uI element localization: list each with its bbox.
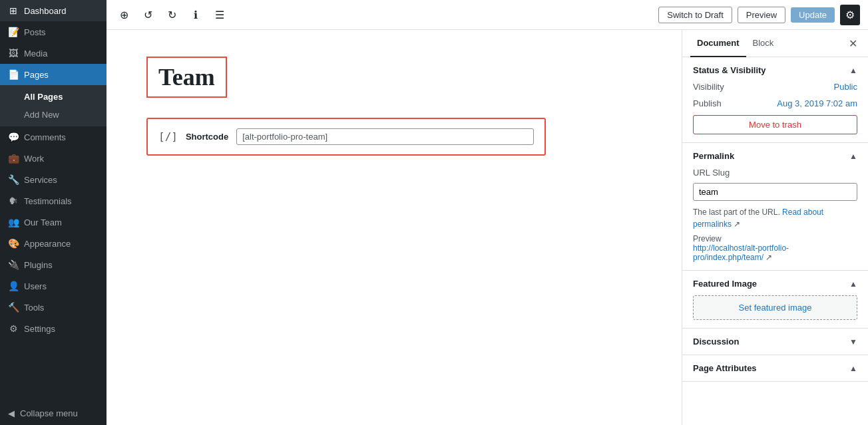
testimonials-icon: 🗣	[8, 196, 19, 206]
external-link-icon-preview: ↗	[765, 253, 772, 262]
panel-close-button[interactable]: ✕	[846, 35, 860, 53]
status-visibility-section: Status & Visibility ▲ Visibility Public …	[682, 57, 868, 143]
preview-button[interactable]: Preview	[738, 7, 785, 23]
sidebar-item-label: Media	[24, 49, 47, 59]
switch-to-draft-button[interactable]: Switch to Draft	[658, 7, 732, 23]
featured-image-header[interactable]: Featured Image ▲	[693, 279, 857, 289]
main-area: ⊕ ↺ ↻ ℹ ☰ Switch to Draft Preview Update…	[107, 0, 868, 425]
permalink-preview: Preview http://localhost/alt-portfolio-p…	[693, 234, 857, 262]
update-button[interactable]: Update	[791, 7, 835, 23]
pages-submenu: All Pages Add New	[0, 85, 107, 126]
page-title-block[interactable]: Team	[146, 57, 227, 98]
redo-button[interactable]: ↻	[162, 5, 181, 24]
add-block-button[interactable]: ⊕	[114, 5, 133, 24]
sidebar-item-label: Testimonials	[24, 196, 72, 206]
submenu-label: All Pages	[24, 92, 63, 102]
sidebar: ⊞ Dashboard 📝 Posts 🖼 Media 📄 Pages All …	[0, 0, 107, 425]
shortcode-block: [/] Shortcode	[146, 118, 546, 156]
editor-toolbar: ⊕ ↺ ↻ ℹ ☰ Switch to Draft Preview Update…	[107, 0, 868, 30]
page-attributes-label: Page Attributes	[693, 363, 757, 373]
featured-image-section: Featured Image ▲ Set featured image	[682, 271, 868, 329]
permalink-section: Permalink ▲ URL Slug The last part of th…	[682, 143, 868, 271]
sidebar-item-services[interactable]: 🔧 Services	[0, 169, 107, 190]
sidebar-item-testimonials[interactable]: 🗣 Testimonials	[0, 190, 107, 212]
discussion-label: Discussion	[693, 337, 739, 347]
sidebar-item-label: Our Team	[24, 217, 62, 227]
sidebar-item-label: Dashboard	[24, 6, 67, 16]
toolbar-right: Switch to Draft Preview Update ⚙	[658, 5, 860, 25]
shortcode-block-icon: [/]	[158, 130, 178, 143]
tools-icon: 🔨	[8, 302, 19, 313]
set-featured-image-button[interactable]: Set featured image	[693, 295, 857, 320]
sidebar-item-settings[interactable]: ⚙ Settings	[0, 318, 107, 339]
users-icon: 👤	[8, 281, 19, 291]
permalink-header[interactable]: Permalink ▲	[693, 151, 857, 161]
chevron-down-icon-discussion: ▼	[849, 337, 857, 347]
undo-button[interactable]: ↺	[138, 5, 157, 24]
content-wrapper: Team [/] Shortcode Document Block ✕ Stat…	[107, 30, 868, 425]
status-visibility-header[interactable]: Status & Visibility ▲	[693, 65, 857, 75]
sidebar-item-work[interactable]: 💼 Work	[0, 148, 107, 169]
dashboard-icon: ⊞	[8, 5, 19, 16]
sidebar-item-label: Appearance	[24, 239, 71, 249]
shortcode-input[interactable]	[236, 128, 534, 145]
collapse-icon: ◀	[8, 408, 15, 418]
move-to-trash-button[interactable]: Move to trash	[693, 115, 857, 134]
preview-url-link[interactable]: http://localhost/alt-portfolio-pro/index…	[693, 243, 789, 262]
info-button[interactable]: ℹ	[186, 5, 205, 24]
visibility-label: Visibility	[693, 82, 724, 92]
visibility-link[interactable]: Public	[834, 82, 857, 92]
permalink-label: Permalink	[693, 151, 734, 161]
sidebar-item-label: Posts	[24, 27, 46, 37]
chevron-up-icon: ▲	[849, 66, 857, 75]
sidebar-item-tools[interactable]: 🔨 Tools	[0, 297, 107, 318]
publish-label: Publish	[693, 98, 722, 108]
visibility-value[interactable]: Public	[834, 82, 857, 92]
sidebar-item-label: Tools	[24, 303, 44, 313]
page-attributes-header[interactable]: Page Attributes ▲	[693, 363, 857, 373]
tab-block[interactable]: Block	[746, 30, 781, 57]
discussion-header[interactable]: Discussion ▼	[693, 337, 857, 347]
sidebar-item-pages[interactable]: 📄 Pages	[0, 64, 107, 85]
sidebar-item-appearance[interactable]: 🎨 Appearance	[0, 233, 107, 254]
editor-area: Team [/] Shortcode	[107, 30, 682, 425]
sidebar-item-comments[interactable]: 💬 Comments	[0, 126, 107, 148]
page-title: Team	[158, 64, 215, 90]
status-visibility-label: Status & Visibility	[693, 65, 766, 75]
publish-link[interactable]: Aug 3, 2019 7:02 am	[777, 98, 857, 108]
settings-button[interactable]: ⚙	[840, 5, 860, 25]
sidebar-item-our-team[interactable]: 👥 Our Team	[0, 212, 107, 233]
sidebar-item-plugins[interactable]: 🔌 Plugins	[0, 254, 107, 275]
sidebar-item-label: Work	[24, 154, 44, 164]
publish-value[interactable]: Aug 3, 2019 7:02 am	[777, 98, 857, 108]
publish-row: Publish Aug 3, 2019 7:02 am	[693, 98, 857, 108]
sidebar-item-label: Pages	[24, 70, 49, 80]
url-slug-input[interactable]	[693, 183, 857, 201]
collapse-menu-button[interactable]: ◀ Collapse menu	[0, 402, 107, 425]
sidebar-item-media[interactable]: 🖼 Media	[0, 43, 107, 64]
submenu-add-new[interactable]: Add New	[0, 106, 107, 124]
appearance-icon: 🎨	[8, 238, 19, 249]
submenu-all-pages[interactable]: All Pages	[0, 88, 107, 106]
media-icon: 🖼	[8, 48, 19, 59]
posts-icon: 📝	[8, 27, 19, 37]
visibility-row: Visibility Public	[693, 82, 857, 92]
settings-icon: ⚙	[8, 323, 19, 334]
redo-icon: ↻	[168, 9, 176, 21]
work-icon: 💼	[8, 153, 19, 164]
right-panel: Document Block ✕ Status & Visibility ▲ V…	[682, 30, 868, 425]
panel-tabs: Document Block ✕	[682, 30, 868, 57]
sidebar-item-dashboard[interactable]: ⊞ Dashboard	[0, 0, 107, 21]
plugins-icon: 🔌	[8, 259, 19, 270]
submenu-label: Add New	[24, 110, 59, 120]
sidebar-item-posts[interactable]: 📝 Posts	[0, 21, 107, 43]
preview-label: Preview	[693, 234, 722, 243]
plus-icon: ⊕	[120, 9, 128, 21]
info-icon: ℹ	[194, 9, 198, 21]
sidebar-item-label: Users	[24, 281, 47, 291]
permalink-desc-text: The last part of the URL.	[693, 208, 780, 217]
tab-document[interactable]: Document	[690, 30, 746, 57]
external-link-icon: ↗	[734, 219, 740, 229]
list-view-button[interactable]: ☰	[210, 5, 229, 24]
sidebar-item-users[interactable]: 👤 Users	[0, 275, 107, 297]
